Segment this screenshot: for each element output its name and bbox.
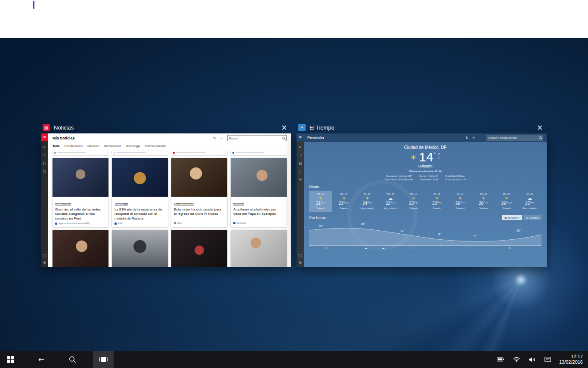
news-card[interactable]: Nacional Ampliarán alcoholimetro por vis… [231,158,287,227]
stat-label: Viento [419,175,426,177]
daily-forecast-tile[interactable]: ju. 18 ☀ 23°9° Soleado [425,191,449,212]
refresh-icon[interactable]: ↻ [465,136,468,140]
hourly-temp-label: 20° [361,223,365,226]
noticias-thumbnail[interactable]: ≡ ⌂ ☆ ▷ ☺ ◯ ⚙ Mis noticias ✎ ··· [41,133,291,267]
noticias-search-box[interactable] [227,135,287,141]
stat-value: ↑ 11 km/h [427,175,438,177]
taskbar-clock[interactable]: 12:17 13/02/2016 [559,351,583,368]
volume-icon[interactable] [529,357,535,362]
stats-row: Sensación térmica14° Viento↑ 11 km/h Vis… [386,175,464,177]
daily-forecast-tile[interactable]: do. 21 ☀ 26°10° Soleado [495,191,518,212]
article-title: La ESA pierde la esperanza de recuperar … [115,207,165,221]
start-button[interactable] [0,351,21,368]
sun-icon: ☀ [410,153,416,161]
weather-stats: Sensación térmica14° Viento↑ 11 km/h Vis… [384,175,466,181]
category-tab[interactable]: Internacional [104,145,121,148]
news-card[interactable]: Internacional Guzmán, el salto de las re… [53,158,108,227]
tiempo-titlebar[interactable]: ☀ El Tiempo × [297,122,547,133]
battery-icon[interactable] [497,357,504,362]
category-tab[interactable]: Tecnología [126,145,140,148]
window-el-tiempo[interactable]: ☀ El Tiempo × ≡ ⌂ ☽ ▤ ☆ ✉ ◯ ⚙ Previsión [297,122,547,267]
clock-time: 12:17 [571,354,583,359]
current-temperature: ☀ 14° C F [410,151,440,164]
news-card[interactable]: Entretenimiento Esta mujer ha sido cruci… [171,158,227,227]
daily-forecast-tile[interactable]: sá. 20 ☀ 26°7° Soleado [472,191,495,212]
daily-forecast-tile[interactable]: ma. 16 ☁ 22°9° Muy nublado [379,191,402,212]
daily-condition: Soleado [502,207,511,210]
search-button[interactable] [62,351,83,368]
hourly-temp-label: 13° [517,229,521,232]
wifi-icon[interactable] [513,357,520,362]
news-card[interactable]: Tecnología La ESA pierde la esperanza de… [112,158,168,227]
details-button[interactable]: ≡Detalles [523,215,542,220]
back-button[interactable]: ← [31,351,52,368]
tiempo-close-button[interactable]: × [535,124,544,131]
stat-value: 14° [408,175,412,177]
menu-icon[interactable]: ≡ [297,133,304,141]
daily-forecast-tile[interactable]: lu. 22 ☁ 25°6° Parc. soleado [518,191,542,212]
feedback-icon[interactable]: ◯ [298,254,302,257]
search-icon [539,136,542,139]
partial-card[interactable] [171,151,227,155]
partial-card[interactable] [53,151,108,155]
news-card[interactable]: Nacional [231,230,287,267]
daily-low: 8° [416,201,418,204]
stat-value: 21 % [432,178,438,181]
tiempo-main: Previsión ↻ ☆ ··· Ciudad de México, DF ☀… [304,133,547,267]
maps-icon[interactable]: ☽ [299,154,302,157]
condition-text: Soleado [418,164,432,168]
local-icon[interactable]: ☺ [43,170,46,173]
summary-button[interactable]: ▤Resumen [502,215,522,220]
daily-low: 9° [369,201,372,204]
more-icon[interactable]: ··· [220,136,223,140]
history-icon[interactable]: ▤ [299,162,302,165]
article-category: Entretenimiento [174,202,194,206]
web-icon[interactable]: ◯ [43,254,46,257]
news-card[interactable]: Tecnología [112,230,168,267]
settings-icon[interactable]: ⚙ [43,261,46,265]
favorite-icon[interactable]: ☆ [472,136,475,140]
stats-row: Barómetro1020,00 mbar Humedad21 % Punto … [384,178,466,181]
news-card[interactable] [53,230,108,267]
partial-card[interactable] [112,151,168,155]
videos-icon[interactable]: ▷ [43,162,46,165]
partial-card[interactable] [231,151,287,155]
noticias-titlebar[interactable]: ▤ Noticias × [41,122,291,133]
news-icon[interactable]: ✉ [299,178,302,182]
task-view-button[interactable] [93,351,114,368]
category-tab[interactable]: Encabezados [65,145,83,148]
interests-icon[interactable]: ☆ [43,154,46,157]
hourly-temp-label: 19° [319,225,323,228]
home-icon[interactable]: ⌂ [43,145,46,149]
source-logo [232,152,234,154]
celsius-toggle[interactable]: C [438,152,440,156]
settings-icon[interactable]: ⚙ [299,261,302,265]
daily-forecast-tile[interactable]: sá. 13 ☀ 21°7° Soleado [309,191,332,212]
more-icon[interactable]: ··· [479,136,483,140]
category-tab[interactable]: Todo [53,145,60,148]
tiempo-search-box[interactable] [486,135,543,141]
edit-icon[interactable]: ✎ [213,136,216,140]
daily-high: 25° [525,201,532,206]
category-tab[interactable]: Nacional [87,145,99,148]
noticias-close-button[interactable]: × [280,124,288,131]
home-icon[interactable]: ⌂ [299,145,301,149]
places-icon[interactable]: ☆ [299,170,302,173]
window-noticias[interactable]: ▤ Noticias × ≡ ⌂ ☆ ▷ ☺ ◯ ⚙ Mis noticias … [41,122,291,267]
daily-forecast-tile[interactable]: vi. 19 ☀ 26°7° Soleado [449,191,472,212]
category-tab[interactable]: Entretenimiento [145,145,166,148]
menu-icon[interactable]: ≡ [41,133,48,141]
noticias-search-input[interactable] [229,137,281,140]
tiempo-thumbnail[interactable]: ≡ ⌂ ☽ ▤ ☆ ✉ ◯ ⚙ Previsión ↻ ☆ ··· [297,133,547,267]
daily-forecast-tile[interactable]: do. 14 ☀ 23°10° Soleado [332,191,356,212]
tiempo-window-title: El Tiempo [309,124,334,131]
top-app-strip [0,0,588,38]
weather-condition-icon: ☀ [482,196,486,201]
daily-forecast-tile[interactable]: mi. 17 ☀ 23°8° Soleado [402,191,425,212]
news-card[interactable]: Entretenimiento [171,230,227,267]
tiempo-search-input[interactable] [488,136,538,139]
action-center-icon[interactable] [545,357,551,362]
daily-forecast-tile[interactable]: lu. 15 ☀ 24°9° Muy soleado [356,191,379,212]
fahrenheit-toggle[interactable]: F [438,156,440,160]
temperature-value: 14 [419,151,433,164]
